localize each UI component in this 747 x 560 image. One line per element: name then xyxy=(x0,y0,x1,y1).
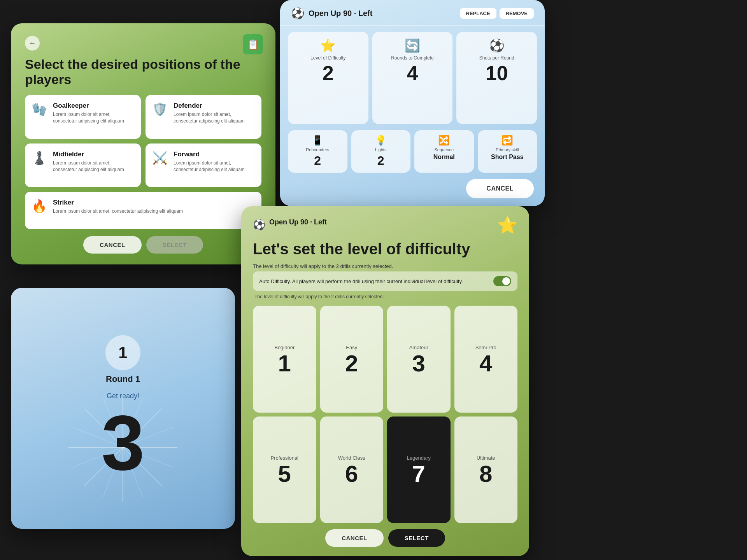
easy-value: 2 xyxy=(345,352,358,375)
goalkeeper-desc: Lorem ipsum dolor sit amet, consectetur … xyxy=(53,111,135,124)
drill-ball-icon: ⚽ xyxy=(291,7,305,20)
diff-card-world-class[interactable]: World Class 6 xyxy=(320,416,384,523)
shots-label: Shots per Round xyxy=(479,55,514,61)
beginner-label: Beginner xyxy=(274,345,295,350)
stat-card-primary-skill: 🔁 Primary skill Short Pass xyxy=(478,130,537,173)
panel-round: 1 Round 1 Get ready! xyxy=(11,288,235,529)
goalkeeper-icon: 🧤 xyxy=(31,102,47,117)
stats-cancel-button[interactable]: CANCEL xyxy=(466,179,534,198)
diff-note: The level of difficulty will apply to th… xyxy=(253,294,517,299)
diff-card-legendary[interactable]: Legendary 7 xyxy=(387,416,451,523)
defender-name: Defender xyxy=(174,102,255,110)
diff-toggle-row: Auto Difficulty. All players will perfor… xyxy=(253,271,517,291)
stat-card-shots: ⚽ Shots per Round 10 xyxy=(456,32,537,124)
legendary-value: 7 xyxy=(412,462,425,486)
rebounders-value: 2 xyxy=(314,154,321,168)
stat-card-lights: 💡 Lights 2 xyxy=(351,130,411,173)
rounds-icon: 🔄 xyxy=(405,38,420,53)
sequence-label: Sequence xyxy=(434,147,454,152)
semi-pro-label: Semi-Pro xyxy=(475,345,496,350)
stats-header: ⚽ Open Up 90 · Left REPLACE REMOVE xyxy=(280,0,545,26)
legendary-label: Legendary xyxy=(407,455,431,461)
stat-card-difficulty: ⭐ Level of Difficulty 2 xyxy=(288,32,368,124)
sequence-value: Normal xyxy=(433,154,455,161)
diff-card-professional[interactable]: Professional 5 xyxy=(253,416,316,523)
diff-card-easy[interactable]: Easy 2 xyxy=(320,306,384,413)
primary-skill-label: Primary skill xyxy=(496,147,519,152)
lights-value: 2 xyxy=(377,154,384,168)
striker-desc: Lorem ipsum dolor sit amet, consectetur … xyxy=(53,208,183,215)
striker-name: Striker xyxy=(53,199,183,206)
lights-icon: 💡 xyxy=(375,135,387,146)
diff-toggle-label: Auto Difficulty. All players will perfor… xyxy=(259,278,493,284)
stats-drill-title: Open Up 90 · Left xyxy=(309,9,372,18)
defender-desc: Lorem ipsum dolor sit amet, consectetur … xyxy=(174,111,255,124)
diff-drill-ball-icon: ⚽ xyxy=(253,219,265,231)
shots-icon: ⚽ xyxy=(489,38,505,53)
countdown-number: 3 xyxy=(101,404,144,482)
stat-card-sequence: 🔀 Sequence Normal xyxy=(414,130,474,173)
diff-card-beginner[interactable]: Beginner 1 xyxy=(253,306,316,413)
easy-label: Easy xyxy=(346,345,357,350)
back-button[interactable]: ← xyxy=(25,36,40,51)
diff-drill-name: Open Up 90 · Left xyxy=(269,218,327,226)
position-card-forward[interactable]: ⚔️ Forward Lorem ipsum dolor sit amet, c… xyxy=(146,144,261,187)
diff-cancel-button[interactable]: CANCEL xyxy=(325,529,384,547)
difficulty-icon: ⭐ xyxy=(320,38,336,53)
semi-pro-value: 4 xyxy=(479,352,492,375)
star-badge: ⭐ xyxy=(497,215,517,234)
forward-name: Forward xyxy=(174,150,255,158)
positions-select-button[interactable]: SELECT xyxy=(146,236,203,254)
position-card-goalkeeper[interactable]: 🧤 Goalkeeper Lorem ipsum dolor sit amet,… xyxy=(25,95,141,139)
auto-difficulty-toggle[interactable] xyxy=(493,276,511,286)
diff-title: Let's set the level of difficulty xyxy=(253,240,517,258)
panel-difficulty: ⚽ Open Up 90 · Left ⭐ Let's set the leve… xyxy=(241,206,529,556)
amateur-value: 3 xyxy=(412,352,425,375)
diff-actions: CANCEL SELECT xyxy=(253,529,517,547)
diff-card-semi-pro[interactable]: Semi-Pro 4 xyxy=(454,306,518,413)
diff-subtitle: The level of difficulty will apply to th… xyxy=(253,263,517,269)
panel-icon-badge: 📋 xyxy=(243,34,263,54)
primary-skill-icon: 🔁 xyxy=(502,135,513,146)
stats-cards-grid: ⭐ Level of Difficulty 2 🔄 Rounds to Comp… xyxy=(280,26,545,130)
diff-header: ⚽ Open Up 90 · Left ⭐ xyxy=(253,215,517,234)
round-number-circle: 1 xyxy=(105,335,140,370)
lights-label: Lights xyxy=(375,147,386,152)
ultimate-label: Ultimate xyxy=(477,455,495,461)
diff-card-ultimate[interactable]: Ultimate 8 xyxy=(454,416,518,523)
forward-icon: ⚔️ xyxy=(152,150,168,165)
remove-button[interactable]: REMOVE xyxy=(500,8,534,19)
amateur-label: Amateur xyxy=(409,345,428,350)
primary-skill-value: Short Pass xyxy=(491,154,524,161)
position-card-midfielder[interactable]: ♟️ Midfielder Lorem ipsum dolor sit amet… xyxy=(25,144,141,187)
midfielder-name: Midfielder xyxy=(53,150,135,158)
sequence-icon: 🔀 xyxy=(438,135,450,146)
striker-icon: 🔥 xyxy=(31,199,47,214)
positions-actions: CANCEL SELECT xyxy=(25,236,261,254)
replace-button[interactable]: REPLACE xyxy=(460,8,496,19)
rebounders-icon: 📱 xyxy=(312,135,323,146)
stat-card-rebounders: 📱 Rebounders 2 xyxy=(288,130,347,173)
stats-bottom-row: 📱 Rebounders 2 💡 Lights 2 🔀 Sequence Nor… xyxy=(280,130,545,179)
rounds-label: Rounds to Complete xyxy=(391,55,433,61)
position-card-striker[interactable]: 🔥 Striker Lorem ipsum dolor sit amet, co… xyxy=(25,192,261,229)
world-class-label: World Class xyxy=(338,455,365,461)
midfielder-desc: Lorem ipsum dolor sit amet, consectetur … xyxy=(53,160,135,173)
round-label: Round 1 xyxy=(106,374,140,384)
goalkeeper-name: Goalkeeper xyxy=(53,102,135,110)
positions-cancel-button[interactable]: CANCEL xyxy=(83,236,142,254)
stats-cancel-row: CANCEL xyxy=(280,179,545,206)
rebounders-label: Rebounders xyxy=(306,147,329,152)
rounds-value: 4 xyxy=(407,63,418,83)
diff-card-amateur[interactable]: Amateur 3 xyxy=(387,306,451,413)
professional-value: 5 xyxy=(278,462,291,486)
beginner-value: 1 xyxy=(278,352,291,375)
position-card-defender[interactable]: 🛡️ Defender Lorem ipsum dolor sit amet, … xyxy=(146,95,261,139)
round-number: 1 xyxy=(118,343,127,362)
professional-label: Professional xyxy=(270,455,298,461)
panel-positions: ← 📋 Select the desired positions of the … xyxy=(11,23,275,264)
shots-value: 10 xyxy=(486,63,508,83)
diff-select-button[interactable]: SELECT xyxy=(388,529,445,547)
stat-card-rounds: 🔄 Rounds to Complete 4 xyxy=(372,32,453,124)
panel-title: Select the desired positions of the play… xyxy=(25,57,261,87)
